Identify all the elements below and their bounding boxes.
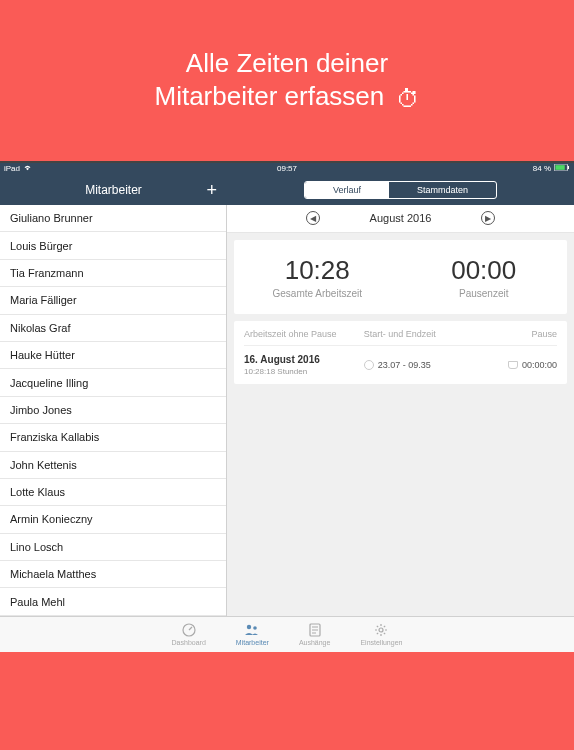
tab-stammdaten[interactable]: Stammdaten [389,182,496,198]
battery-icon [554,164,570,173]
document-icon [307,622,323,638]
gear-icon [373,622,389,638]
list-item[interactable]: Jimbo Jones [0,397,226,424]
prev-month-button[interactable]: ◀ [306,211,320,225]
pause-time-value: 00:00 [451,255,516,286]
tab-aushange[interactable]: Aushänge [299,622,331,646]
total-worktime-label: Gesamte Arbeitszeit [273,288,362,299]
time-entry-row[interactable]: 16. August 2016 10:28:18 Stunden 23.07 -… [244,346,557,376]
sidebar-title: Mitarbeiter [85,183,142,197]
hero-title: Alle Zeiten deiner Mitarbeiter erfassen … [155,47,420,115]
month-navigator: ◀ August 2016 ▶ [227,205,574,233]
svg-point-4 [247,625,251,629]
entry-range: 23.07 - 09.35 [378,360,431,370]
tab-dashboard[interactable]: Dashboard [172,622,206,646]
hero-banner: Alle Zeiten deiner Mitarbeiter erfassen … [0,0,574,161]
people-icon [244,622,260,638]
list-item[interactable]: Hauke Hütter [0,342,226,369]
tab-mitarbeiter[interactable]: Mitarbeiter [236,622,269,646]
add-employee-button[interactable]: + [206,181,217,199]
summary-card: 10:28 Gesamte Arbeitszeit 00:00 Pausenze… [234,240,567,314]
list-item[interactable]: Paula Mehl [0,588,226,615]
svg-rect-2 [568,166,569,169]
stopwatch-icon: ⏱ [396,85,420,112]
svg-rect-1 [555,166,564,171]
svg-point-5 [254,627,258,631]
pause-time-label: Pausenzeit [459,288,508,299]
cup-icon [508,361,518,369]
month-label: August 2016 [370,212,432,224]
entry-hours: 10:28:18 Stunden [244,367,364,376]
svg-point-10 [379,628,383,632]
gauge-icon [181,622,197,638]
list-item[interactable]: Lino Losch [0,534,226,561]
wifi-icon [23,164,32,173]
list-item[interactable]: Lotte Klaus [0,479,226,506]
list-item[interactable]: Tia Franzmann [0,260,226,287]
list-item[interactable]: Franziska Kallabis [0,424,226,451]
entry-date: 16. August 2016 [244,354,364,365]
list-item[interactable]: John Kettenis [0,452,226,479]
col-header-worktime: Arbeitszeit ohne Pause [244,329,364,339]
tab-verlauf[interactable]: Verlauf [305,182,389,198]
total-worktime-value: 10:28 [285,255,350,286]
list-item[interactable]: Armin Konieczny [0,506,226,533]
battery-text: 84 % [533,164,551,173]
col-header-pause: Pause [474,329,557,339]
status-bar: iPad 09:57 84 % [0,163,574,175]
device-frame: iPad 09:57 84 % Mitarbeiter + Verlauf St… [0,161,574,652]
list-item[interactable]: Louis Bürger [0,232,226,259]
time-entries-card: Arbeitszeit ohne Pause Start- und Endzei… [234,321,567,384]
tab-einstellungen[interactable]: Einstellungen [360,622,402,646]
employee-list[interactable]: Giuliano BrunnerLouis BürgerTia Franzman… [0,205,227,616]
list-item[interactable]: Michaela Matthes [0,561,226,588]
clock-icon [364,360,374,370]
sidebar-header: Mitarbeiter + [0,175,227,205]
detail-pane: ◀ August 2016 ▶ 10:28 Gesamte Arbeitszei… [227,205,574,616]
tab-bar: Dashboard Mitarbeiter Aushänge Einstellu… [0,616,574,652]
list-item[interactable]: Nikolas Graf [0,315,226,342]
col-header-startend: Start- und Endzeit [364,329,474,339]
nav-bar: Mitarbeiter + Verlauf Stammdaten [0,175,574,205]
device-label: iPad [4,164,20,173]
list-item[interactable]: Jacqueline Illing [0,369,226,396]
segmented-control: Verlauf Stammdaten [304,181,497,199]
list-item[interactable]: Giuliano Brunner [0,205,226,232]
next-month-button[interactable]: ▶ [481,211,495,225]
list-item[interactable]: Maria Fälliger [0,287,226,314]
hero-bottom [0,652,574,750]
entry-pause: 00:00:00 [522,360,557,370]
status-time: 09:57 [277,164,297,173]
